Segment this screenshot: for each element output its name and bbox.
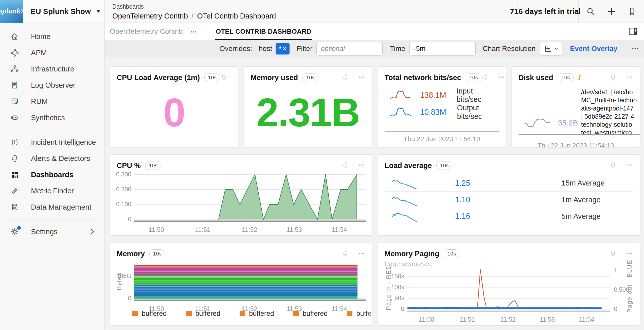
sidebar-item-label: Metric Finder [31,187,74,195]
dimension-item: /dev/sda1 | /etc/ho [581,88,640,96]
tab-active-dashboard[interactable]: OTEL CONTRIB DASHBOARD [215,28,312,35]
x-tick-label: 11:51 [454,316,480,323]
metric-label: Output bits/sec [457,104,495,121]
x-tick-label: 11:53 [534,316,560,323]
breadcrumb-root[interactable]: Dashboards [112,3,512,10]
filter-input[interactable] [316,42,383,56]
breadcrumb-separator: / [191,12,193,20]
dimension-item: MC_Built-In-Techno [581,96,640,104]
y-tick-label: 100k [381,284,404,291]
workspace-name[interactable]: EU Splunk Show [30,7,91,16]
chart-resolution-button[interactable] [540,42,562,56]
y-tick-label: 0 [110,295,131,302]
time-input[interactable] [409,42,476,56]
bell-icon[interactable] [609,73,617,82]
divider [518,134,640,135]
sparkline [392,210,417,223]
y-tick-label: 0.500 [614,286,637,293]
y-tick-label: 0.300 [110,171,131,178]
card-cpu-percent: CPU % 10s 0.3000.2000.100011:5011:5111:5… [110,154,372,235]
sidebar-item-label: Infrastructure [31,65,74,73]
cpu-percent-plot[interactable] [134,169,366,222]
bell-icon[interactable] [220,73,228,82]
chevron-down-icon[interactable] [95,8,101,14]
metric-row[interactable]: 1.16 5m Average [385,208,633,224]
trial-countdown: 716 days left in trial [512,0,579,23]
app-window: splunk> EU Splunk Show Home APM Infrastr… [0,0,644,330]
single-value[interactable]: 2.31B [244,84,372,140]
bookmark-icon[interactable] [627,7,637,16]
splunk-logo[interactable]: splunk> [0,0,23,23]
metric-row[interactable]: 138.1M Input bits/sec [385,87,499,104]
x-tick-label: 11:50 [414,316,439,323]
more-icon[interactable] [625,161,633,170]
dimension-list: /dev/sda1 | /etc/ho MC_Built-In-Techno a… [581,88,640,137]
sidebar-item-home[interactable]: Home [0,28,104,45]
event-overlay-link[interactable]: Event Overlay [570,45,617,53]
dimension-item: technology-solutio [581,120,640,129]
metric-row[interactable]: 1.25 15m Average [385,175,633,191]
bell-icon [10,154,19,163]
info-icon[interactable]: i [578,73,580,82]
more-icon[interactable] [498,73,505,82]
x-tick-label: 11:54 [574,316,599,323]
sidebar-item-metric-finder[interactable]: Metric Finder [0,183,104,199]
more-icon[interactable] [358,73,365,82]
more-icon[interactable] [625,73,633,82]
memory-plot[interactable] [134,263,366,301]
splunk-logo-text: splunk> [0,7,24,15]
breadcrumb: Dashboards OpenTelemetry Contrib / OTel … [105,0,512,23]
sidebar-item-apm[interactable]: APM [0,45,104,61]
metric-row[interactable]: 1.10 1m Average [385,191,633,208]
sidebar-item-synthetics[interactable]: Synthetics [0,109,104,126]
override-chip[interactable]: * × [276,43,290,54]
chart-area: 0.3000.2000.100011:5011:5111:5211:5311:5… [110,155,372,235]
plus-icon[interactable] [606,6,617,16]
search-icon[interactable] [586,6,596,16]
infrastructure-icon [10,64,19,74]
sidebar-item-infrastructure[interactable]: Infrastructure [0,61,104,77]
sidebar-item-log-observer[interactable]: Log Observer [0,77,104,93]
breadcrumb-page[interactable]: OTel Contrib Dashboard [197,12,276,20]
metric-row[interactable]: 10.83M Output bits/sec [385,104,499,120]
sidebar-item-alerts-detectors[interactable]: Alerts & Detectors [0,150,104,167]
bell-icon[interactable] [481,73,489,82]
resolution-badge: 10s [204,73,220,82]
data-management-icon [10,203,19,212]
memory-paging-plot[interactable] [407,267,610,312]
resolution-badge: 10s [302,73,318,82]
x-tick-label: 11:53 [282,305,307,313]
sidebar-item-dashboards[interactable]: Dashboards [0,167,104,183]
card-title: Memory used [251,74,298,82]
breadcrumb-group[interactable]: OpenTelemetry Contrib [112,12,188,20]
sparkline [523,116,551,130]
overrides-label: Overrides: [219,45,252,53]
metric-value: 10.83M [420,108,455,117]
legend-swatch [132,311,138,316]
more-icon[interactable] [189,27,198,36]
sidebar-item-data-management[interactable]: Data Management [0,199,104,215]
notification-dot [17,226,21,230]
x-tick-label: 11:53 [282,226,307,233]
sparkline [392,177,417,190]
sidebar-item-rum[interactable]: RUM [0,93,104,109]
card-memory-used: Memory used 10s 2.31B [244,66,372,147]
sidebar-item-incident-intelligence[interactable]: Incident Intelligence [0,134,104,150]
tab-group-label[interactable]: OpenTelemetry Contrib [110,27,183,35]
y-tick-label: 50k [381,295,404,302]
single-value[interactable]: 0 [110,84,238,140]
bell-icon[interactable] [609,161,617,170]
more-icon[interactable] [236,73,238,82]
metric-label: 15m Average [562,179,605,187]
card-title: Disk used [518,74,553,82]
y-tick-label: 150k [381,273,404,280]
bell-icon[interactable] [342,73,349,82]
more-icon[interactable] [631,44,639,53]
chart-area: Page in - RED Page out - BLUE 150k100k50… [378,243,640,325]
card-memory-paging: Memory Paging 10s Page swaps/sec Page in… [378,243,640,325]
sidebar-item-settings[interactable]: Settings [0,224,104,240]
panel-toggle-icon[interactable] [628,26,638,37]
sidebar-item-label: Dashboards [31,171,74,179]
sparkline [390,89,412,101]
sparkline [390,106,412,118]
